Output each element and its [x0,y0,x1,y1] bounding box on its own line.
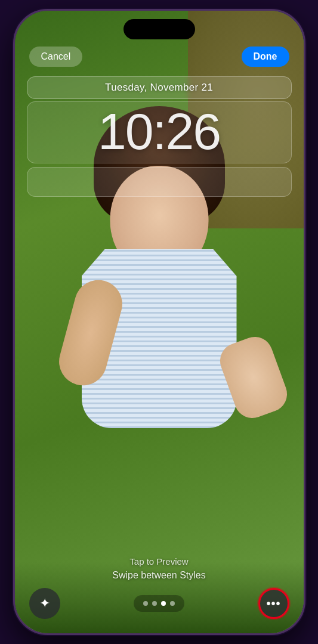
swipe-styles-text: Swipe between Styles [15,570,304,581]
dot-4 [170,601,175,606]
screen: Cancel Done Tuesday, November 21 10:26 T… [15,11,304,633]
phone-frame: Cancel Done Tuesday, November 21 10:26 T… [13,9,305,635]
cancel-button[interactable]: Cancel [29,47,83,67]
tap-preview-text: Tap to Preview [15,556,304,566]
done-button[interactable]: Done [242,47,289,67]
date-text: Tuesday, November 21 [105,82,213,93]
time-display: 10:26 [37,104,282,158]
notification-widget [27,167,292,197]
more-icon: ••• [266,597,280,611]
more-options-button[interactable]: ••• [258,588,289,619]
dynamic-island [124,19,195,39]
lock-screen-content: Tuesday, November 21 10:26 [15,76,304,199]
page-dots [134,595,184,612]
customize-icon: ✦ [39,596,50,611]
time-widget[interactable]: 10:26 [27,101,292,163]
bottom-overlay: Tap to Preview Swipe between Styles ✦ ••… [15,556,304,633]
customize-button[interactable]: ✦ [29,588,60,619]
dot-1 [143,601,148,606]
date-widget[interactable]: Tuesday, November 21 [27,76,292,99]
bottom-controls: ✦ ••• [15,588,304,619]
dot-3 [161,601,166,606]
top-buttons: Cancel Done [15,47,304,67]
dot-2 [152,601,157,606]
